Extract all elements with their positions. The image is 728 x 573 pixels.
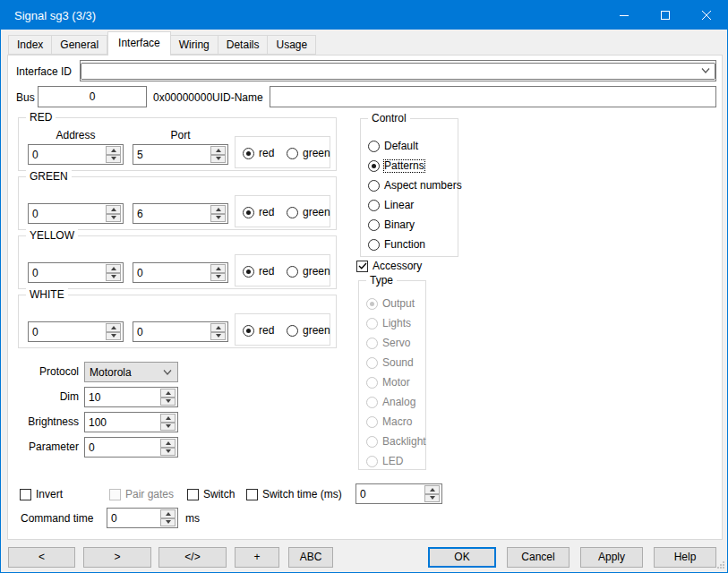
uid-name-field[interactable] [270,86,716,107]
spin-up-button[interactable] [160,389,176,398]
prev-button[interactable]: < [8,547,75,568]
check-icon [358,262,367,269]
radio-red[interactable]: red [243,324,274,337]
tab-strip: Index General Interface Wiring Details U… [8,35,316,56]
tab-interface[interactable]: Interface [107,31,171,56]
minimize-button[interactable] [604,1,645,30]
spin-down-button[interactable] [210,214,226,223]
radio-label: Binary [384,219,415,231]
radio-indicator [366,436,378,448]
radio-red[interactable]: red [243,206,274,218]
bus-hex-value: 0x00000000 [153,91,212,104]
bus-input[interactable] [39,87,146,107]
add-button[interactable]: + [235,547,279,568]
parameter-input[interactable] [85,438,158,457]
command-time-input[interactable] [107,509,158,527]
spin-up-button[interactable] [210,205,226,214]
titlebar[interactable]: Signal sg3 (3/3) [1,1,727,30]
radio-label: Backlight [382,436,426,448]
spin-up-button[interactable] [160,414,176,423]
interface-id-combobox[interactable] [80,60,716,81]
spin-up-button[interactable] [210,146,226,155]
spin-up-button[interactable] [210,264,226,273]
invert-checkbox[interactable]: Invert [20,488,63,500]
next-button[interactable]: > [83,547,151,568]
dim-input[interactable] [85,388,158,406]
spin-down-button[interactable] [160,398,176,406]
radio-green[interactable]: green [287,206,330,218]
accessory-checkbox[interactable]: Accessory [356,260,422,272]
spin-up-button[interactable] [106,146,121,155]
signal-group-green: GREEN red green [18,176,337,230]
spin-down-button[interactable] [210,332,226,341]
uid-name-input[interactable] [270,87,715,107]
spin-down-button[interactable] [106,332,121,341]
spin-up-button[interactable] [160,509,176,518]
radio-linear[interactable]: Linear [368,199,414,211]
green-address-input[interactable] [29,204,103,223]
spin-down-button[interactable] [160,448,176,457]
protocol-combobox[interactable]: Motorola [84,362,178,382]
help-button[interactable]: Help [654,547,716,568]
white-port-input[interactable] [133,322,208,341]
spin-up-button[interactable] [424,485,440,494]
brightness-input[interactable] [85,413,158,432]
radio-aspect-numbers[interactable]: Aspect numbers [368,179,462,192]
green-port-input[interactable] [133,204,208,223]
radio-indicator [243,207,254,218]
cancel-button[interactable]: Cancel [507,547,570,568]
yellow-port-input[interactable] [133,263,208,282]
radio-label: Sound [382,357,414,369]
spin-down-button[interactable] [210,273,226,282]
spin-down-button[interactable] [424,494,440,503]
spin-up-button[interactable] [106,323,121,332]
radio-red[interactable]: red [243,147,274,159]
yellow-address-input[interactable] [29,263,103,282]
switch-time-input[interactable] [356,484,422,503]
radio-red[interactable]: red [243,265,274,278]
radio-default[interactable]: Default [368,140,418,152]
switch-checkbox[interactable]: Switch [187,488,235,500]
radio-indicator [366,357,378,369]
radio-green[interactable]: green [287,265,330,278]
spin-up-button[interactable] [210,323,226,332]
switch-time-checkbox[interactable]: Switch time (ms) [246,488,342,500]
tab-general[interactable]: General [52,35,107,55]
close-button[interactable] [686,1,727,30]
radio-binary[interactable]: Binary [368,218,415,231]
red-address-input[interactable] [29,145,103,164]
radio-patterns[interactable]: Patterns [368,159,424,172]
spin-down-button[interactable] [106,273,121,282]
radio-function[interactable]: Function [368,238,425,251]
spin-down-button[interactable] [160,518,176,527]
tab-details[interactable]: Details [218,35,269,55]
maximize-button[interactable] [645,1,686,30]
tab-wiring[interactable]: Wiring [171,35,218,55]
spin-up-button[interactable] [160,439,176,448]
ok-button[interactable]: OK [428,547,496,568]
red-port-input[interactable] [133,145,208,164]
command-time-unit: ms [185,512,200,525]
spin-down-button[interactable] [210,155,226,164]
radio-label: Aspect numbers [384,180,462,192]
radio-indicator [368,180,380,192]
bus-field[interactable] [38,86,147,107]
spin-down-button[interactable] [106,214,121,223]
spin-down-button[interactable] [160,423,176,432]
code-button[interactable]: </> [158,547,227,568]
apply-button[interactable]: Apply [580,547,643,568]
radio-green[interactable]: green [287,147,330,159]
tab-index[interactable]: Index [8,35,52,55]
tab-usage[interactable]: Usage [268,35,316,55]
spin-up-button[interactable] [106,264,121,273]
triangle-down-icon [430,496,435,500]
spin-down-button[interactable] [106,155,121,164]
uid-name-label: UID-Name [212,91,263,104]
spin-up-button[interactable] [106,205,121,214]
abc-button[interactable]: ABC [288,547,333,568]
interface-id-input[interactable] [81,63,715,80]
brightness-label: Brightness [8,415,79,428]
radio-green[interactable]: green [287,324,330,337]
white-address-input[interactable] [29,322,103,341]
resize-grip[interactable] [717,561,724,569]
